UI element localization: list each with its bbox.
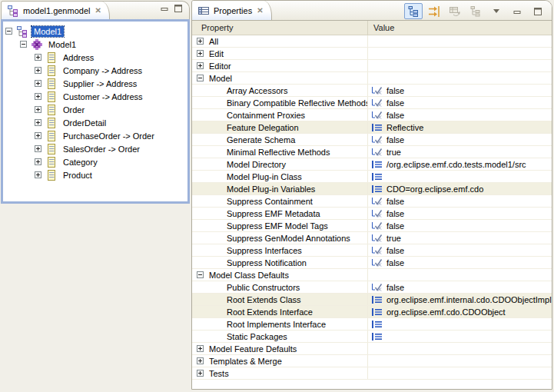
tree-item[interactable]: SalesOrder -> Order [3, 142, 187, 155]
tree-expander-icon[interactable] [35, 132, 41, 139]
property-value-cell[interactable] [368, 48, 552, 59]
property-value-cell[interactable]: /org.eclipse.emf.cdo.tests.model1/src [368, 158, 552, 170]
property-value-cell[interactable]: true [368, 232, 552, 244]
property-value-cell[interactable]: true [368, 146, 552, 158]
category-expander-icon[interactable] [197, 345, 204, 352]
tree-item[interactable]: OrderDetail [3, 116, 187, 129]
property-row[interactable]: Static Packages [192, 331, 552, 343]
tree-item[interactable]: Product [3, 168, 187, 181]
property-row[interactable]: Array Accessorsfalse [192, 85, 552, 97]
category-row[interactable]: Editor [192, 60, 552, 72]
property-value-cell[interactable] [368, 318, 552, 330]
pin-to-selection-button[interactable] [466, 3, 485, 19]
tree-item[interactable]: PurchaseOrder -> Order [3, 129, 187, 142]
tab-properties[interactable]: Properties ✕ [192, 1, 272, 20]
property-row[interactable]: Public Constructorsfalse [192, 281, 552, 294]
property-value-cell[interactable] [368, 355, 552, 367]
property-row[interactable]: Suppress EMF Model Tagsfalse [192, 220, 552, 232]
tree-expander-icon[interactable] [35, 145, 41, 152]
property-value-cell[interactable]: false [368, 244, 552, 256]
tree-expander-icon[interactable] [35, 158, 41, 165]
property-value-cell[interactable]: false [368, 85, 552, 96]
property-value-cell[interactable]: false [368, 220, 552, 231]
property-value-cell[interactable]: false [368, 134, 552, 145]
property-value-cell[interactable]: false [368, 257, 552, 268]
property-row[interactable]: Minimal Reflective Methodstrue [192, 146, 552, 158]
property-row[interactable]: Suppress Containmentfalse [192, 195, 552, 208]
tree-item[interactable]: Model1 [3, 38, 187, 51]
tree-item[interactable]: Model1 [3, 25, 187, 38]
tree-expander-icon[interactable] [20, 41, 27, 48]
property-value-cell[interactable] [368, 343, 552, 354]
tree-item[interactable]: Category [3, 155, 187, 168]
property-value-cell[interactable]: org.eclipse.emf.internal.cdo.CDOObjectIm… [368, 294, 552, 305]
category-row[interactable]: Model Feature Defaults [192, 343, 552, 355]
property-row[interactable]: Feature DelegationReflective [192, 121, 552, 134]
maximize-button[interactable] [174, 5, 183, 12]
category-row[interactable]: All [192, 35, 552, 48]
property-row[interactable]: Model Directory/org.eclipse.emf.cdo.test… [192, 158, 552, 171]
property-row[interactable]: Root Extends Classorg.eclipse.emf.intern… [192, 294, 552, 306]
property-row[interactable]: Model Plug-in VariablesCDO=org.eclipse.e… [192, 183, 552, 195]
tree-expander-icon[interactable] [35, 93, 41, 100]
category-expander-icon[interactable] [197, 357, 204, 364]
tab-model1-genmodel[interactable]: model1.genmodel ✕ [2, 2, 110, 20]
tree-expander-icon[interactable] [35, 80, 41, 87]
show-advanced-button[interactable] [425, 3, 443, 19]
property-value-cell[interactable]: false [368, 195, 552, 207]
property-row[interactable]: Root Extends Interfaceorg.eclipse.emf.cd… [192, 306, 552, 318]
property-value-cell[interactable]: false [368, 97, 552, 108]
category-expander-icon[interactable] [197, 271, 204, 278]
property-value-cell[interactable] [368, 35, 552, 47]
category-expander-icon[interactable] [197, 38, 204, 45]
close-icon[interactable]: ✕ [94, 7, 101, 15]
property-row[interactable]: Binary Compatible Reflective Methodsfals… [192, 97, 552, 109]
minimize-button[interactable] [508, 3, 526, 19]
tree-item[interactable]: Order [3, 103, 187, 116]
property-value-cell[interactable]: false [368, 281, 552, 293]
category-expander-icon[interactable] [197, 370, 204, 377]
tree-item[interactable]: Address [3, 51, 187, 64]
close-icon[interactable]: ✕ [256, 7, 264, 15]
column-header-value[interactable]: Value [368, 21, 552, 35]
category-expander-icon[interactable] [197, 62, 204, 69]
tree-expander-icon[interactable] [35, 171, 41, 178]
tree-expander-icon[interactable] [35, 119, 41, 126]
property-row[interactable]: Suppress EMF Metadatafalse [192, 208, 552, 220]
category-expander-icon[interactable] [197, 50, 204, 57]
tree-item[interactable]: Company -> Address [3, 64, 187, 77]
property-value-cell[interactable] [368, 60, 552, 71]
tree-expander-icon[interactable] [35, 67, 41, 74]
property-value-cell[interactable]: false [368, 109, 552, 121]
view-menu-button[interactable] [487, 3, 506, 19]
category-row[interactable]: Edit [192, 48, 552, 60]
show-categories-button[interactable] [404, 3, 423, 19]
tree-expander-icon[interactable] [5, 28, 12, 35]
property-row[interactable]: Containment Proxiesfalse [192, 109, 552, 121]
category-row[interactable]: Model Class Defaults [192, 269, 552, 281]
category-expander-icon[interactable] [197, 75, 204, 81]
property-value-cell[interactable] [368, 367, 552, 379]
column-header-property[interactable]: Property [192, 21, 368, 35]
tree-item[interactable]: Customer -> Address [3, 90, 187, 103]
property-value-cell[interactable]: CDO=org.eclipse.emf.cdo [368, 183, 552, 194]
minimize-button[interactable] [161, 5, 169, 12]
property-value-cell[interactable] [368, 72, 552, 84]
property-row[interactable]: Suppress GenModel Annotationstrue [192, 232, 552, 244]
tree-expander-icon[interactable] [35, 54, 41, 61]
property-value-cell[interactable] [368, 331, 552, 342]
property-row[interactable]: Suppress Interfacesfalse [192, 244, 552, 257]
property-value-cell[interactable]: Reflective [368, 121, 552, 133]
category-row[interactable]: Templates & Merge [192, 355, 552, 367]
maximize-button[interactable] [529, 3, 547, 19]
property-value-cell[interactable] [368, 269, 552, 281]
property-row[interactable]: Root Implements Interface [192, 318, 552, 331]
category-row[interactable]: Model [192, 72, 552, 85]
tree-item[interactable]: Supplier -> Address [3, 77, 187, 90]
property-value-cell[interactable] [368, 171, 552, 182]
property-row[interactable]: Suppress Notificationfalse [192, 257, 552, 269]
restore-default-button[interactable] [446, 3, 464, 19]
property-row[interactable]: Model Plug-in Class [192, 171, 552, 183]
category-row[interactable]: Tests [192, 367, 552, 380]
property-value-cell[interactable]: false [368, 208, 552, 219]
